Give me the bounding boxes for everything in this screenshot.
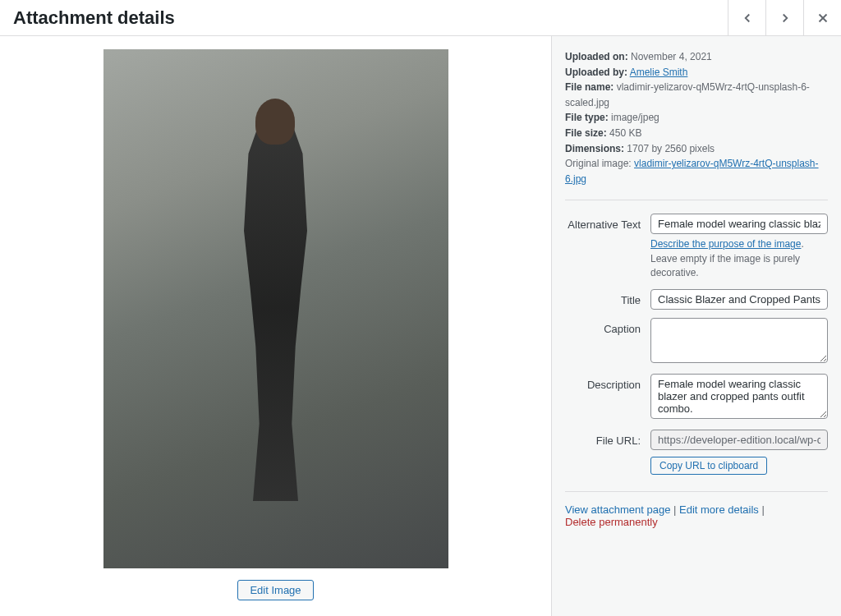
dimensions-value: 1707 by 2560 pixels bbox=[627, 143, 715, 154]
alt-text-label: Alternative Text bbox=[565, 214, 650, 280]
caption-label: Caption bbox=[565, 318, 650, 365]
attachment-sidebar: Uploaded on: November 4, 2021 Uploaded b… bbox=[552, 36, 841, 616]
edit-more-link[interactable]: Edit more details bbox=[679, 503, 759, 516]
original-image-label: Original image: bbox=[565, 158, 632, 169]
close-button[interactable] bbox=[803, 0, 841, 36]
view-attachment-link[interactable]: View attachment page bbox=[565, 503, 670, 516]
file-type-label: File type: bbox=[565, 112, 609, 123]
title-label: Title bbox=[565, 289, 650, 310]
alt-text-input[interactable] bbox=[650, 214, 828, 234]
attachment-actions: View attachment page | Edit more details… bbox=[552, 491, 841, 545]
file-url-input[interactable] bbox=[650, 430, 828, 450]
prev-button[interactable] bbox=[728, 0, 765, 36]
action-separator: | bbox=[670, 503, 679, 516]
description-label: Description bbox=[565, 374, 650, 421]
attachment-details: Uploaded on: November 4, 2021 Uploaded b… bbox=[552, 36, 841, 200]
dimensions-label: Dimensions: bbox=[565, 143, 624, 154]
file-size-label: File size: bbox=[565, 127, 607, 139]
copy-url-button[interactable]: Copy URL to clipboard bbox=[650, 457, 767, 475]
action-separator: | bbox=[759, 503, 765, 516]
modal-header: Attachment details bbox=[0, 0, 841, 36]
caption-textarea[interactable] bbox=[650, 318, 828, 363]
uploaded-by-label: Uploaded by: bbox=[565, 67, 627, 78]
uploaded-by-link[interactable]: Amelie Smith bbox=[630, 67, 688, 78]
next-button[interactable] bbox=[765, 0, 803, 36]
file-url-label: File URL: bbox=[565, 430, 650, 475]
media-preview-panel: Edit Image bbox=[0, 36, 552, 616]
attachment-image bbox=[103, 49, 448, 568]
file-size-value: 450 KB bbox=[609, 127, 641, 139]
close-icon bbox=[816, 11, 830, 25]
edit-image-button[interactable]: Edit Image bbox=[237, 580, 313, 600]
file-type-value: image/jpeg bbox=[611, 112, 659, 123]
uploaded-on-value: November 4, 2021 bbox=[631, 51, 712, 62]
delete-permanently-link[interactable]: Delete permanently bbox=[565, 516, 658, 528]
alt-text-help-link[interactable]: Describe the purpose of the image bbox=[650, 238, 801, 250]
chevron-left-icon bbox=[740, 11, 755, 25]
uploaded-on-label: Uploaded on: bbox=[565, 51, 628, 62]
attachment-settings: Alternative Text Describe the purpose of… bbox=[552, 212, 841, 490]
header-nav-buttons bbox=[728, 0, 841, 36]
description-textarea[interactable] bbox=[650, 374, 828, 419]
title-input[interactable] bbox=[650, 289, 828, 310]
file-name-label: File name: bbox=[565, 81, 614, 93]
modal-title: Attachment details bbox=[0, 7, 728, 29]
chevron-right-icon bbox=[778, 11, 793, 25]
alt-text-help: Describe the purpose of the image. Leave… bbox=[650, 237, 828, 280]
